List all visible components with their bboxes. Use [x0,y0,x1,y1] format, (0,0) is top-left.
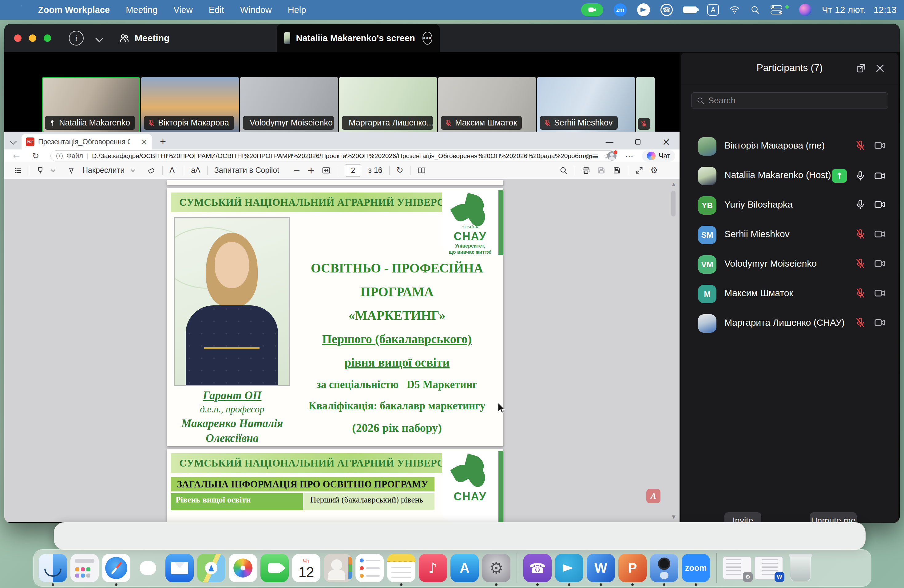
rotate-icon[interactable]: ↻ [396,165,403,175]
new-tab-button[interactable]: + [160,135,166,147]
translate-icon[interactable]: аА [191,166,201,175]
mic-on-icon[interactable] [855,199,866,210]
mic-muted-icon[interactable] [855,288,866,299]
menu-app-name[interactable]: Zoom Workplace [38,5,110,15]
dock-reminders[interactable] [355,549,384,587]
chevron-down-icon[interactable] [95,35,103,42]
dock-contacts[interactable] [324,549,352,587]
participant-row[interactable]: SM Serhii Mieshkov [681,220,898,250]
unmute-me-button[interactable]: Unmute me [810,512,857,523]
participant-row[interactable]: Nataliia Makarenko (Host) ↑ [681,161,898,191]
participant-row[interactable]: Маргарита Лишенко (СНАУ) [681,309,898,338]
print-icon[interactable] [582,166,590,175]
search-input[interactable] [708,96,883,106]
camera-on-icon[interactable] [874,140,885,151]
favorites-bar-icon[interactable]: ☆≡ [584,151,599,161]
fit-width-icon[interactable] [322,166,331,175]
mic-on-icon[interactable] [855,171,866,182]
back-icon[interactable]: ← [13,151,20,161]
participant-row[interactable]: VM Volodymyr Moiseienko [681,250,898,279]
pdf-scrollbar[interactable]: ▲ ▼ [670,179,678,522]
menu-window[interactable]: Window [240,5,272,15]
dock-music[interactable]: ♪ [419,549,447,587]
mic-muted-icon[interactable] [855,317,866,328]
pdf-settings-gear-icon[interactable]: ⚙ [650,165,658,175]
telegram-menubar-icon[interactable] [637,3,650,16]
apple-menu-icon[interactable] [15,5,25,15]
video-thumbnail[interactable]: Serhii Mieshkov [537,77,635,133]
participant-row[interactable]: M Максим Шматок [681,279,898,309]
minimize-window-button[interactable] [29,35,36,42]
ask-copilot-button[interactable]: Запитати в Copilot [214,166,279,175]
address-bar[interactable]: i Файл | D:/Зав.кафедри/ОСВІТНІ%20ПРОГРА… [51,150,616,161]
draw-chevron-icon[interactable] [131,167,136,172]
eraser-icon[interactable] [147,166,156,175]
dock-telegram[interactable] [555,549,583,587]
dock-photos[interactable] [228,549,258,587]
dock-settings[interactable]: ⚙ [482,549,511,587]
menu-view[interactable]: View [174,5,193,15]
dock-camera-app[interactable] [650,549,679,587]
battery-icon[interactable] [683,6,697,13]
video-thumbnail[interactable]: Вікторія Макарова [141,77,239,133]
camera-on-icon[interactable] [874,228,885,240]
siri-icon[interactable] [799,4,811,16]
vertical-tabs-chevron-icon[interactable] [10,138,17,145]
invite-button[interactable]: Invite [724,512,761,523]
dock-messages[interactable] [133,549,162,587]
zoom-in-button[interactable]: + [307,165,315,175]
wifi-icon[interactable] [729,5,740,15]
acrobat-overlay-icon[interactable]: A [646,489,661,503]
tab-shared-screen[interactable]: Nataliia Makarenko's screen ••• [277,24,440,52]
browser-close-button[interactable]: × [662,136,670,148]
camera-on-icon[interactable] [874,258,885,269]
menu-edit[interactable]: Edit [209,5,224,15]
viber-menubar-icon[interactable]: ☎ [661,4,673,16]
search-document-icon[interactable] [559,166,568,175]
highlighter-icon[interactable] [36,166,44,175]
page-info-icon[interactable]: i [56,153,63,159]
close-window-button[interactable] [14,35,22,42]
browser-minimize-button[interactable]: — [605,137,614,147]
menu-help[interactable]: Help [288,5,306,15]
popout-panel-icon[interactable] [855,63,866,74]
keyboard-layout-icon[interactable]: A [707,4,719,16]
page-number-input[interactable] [345,164,361,177]
dock-trash[interactable] [786,549,815,587]
dock-zoom[interactable]: zoom [681,549,710,587]
menubar-clock[interactable]: Чт 12 лют.12:13 [822,5,897,15]
mic-muted-icon[interactable] [855,229,866,240]
video-thumbnail[interactable]: Маргарита Лишенко... [339,77,437,133]
dock-word[interactable]: W [586,549,615,587]
control-center-icon[interactable] [771,5,783,14]
camera-on-icon[interactable] [874,287,885,299]
copilot-chat-button[interactable]: Чат [642,150,675,162]
scroll-up-icon[interactable]: ▲ [670,182,678,187]
camera-on-icon[interactable] [874,199,885,210]
dock-facetime[interactable] [260,549,289,587]
participant-row[interactable]: Вікторія Макарова (me) [681,132,898,161]
refresh-icon[interactable]: ↻ [32,151,40,161]
spotlight-search-icon[interactable] [750,5,760,15]
tab-meeting[interactable]: Meeting [119,24,169,52]
video-thumbnail[interactable]: Nataliia Makarenko [42,77,140,133]
participant-row[interactable]: YB Yuriy Biloshapka [681,191,898,220]
browser-menu-icon[interactable]: ⋯ [625,151,634,161]
video-thumbnail-partial[interactable] [636,77,655,133]
dock-safari[interactable] [102,549,131,587]
save-as-icon[interactable] [613,166,621,175]
zoom-menubar-icon[interactable]: zm [614,3,627,16]
dock-calendar[interactable]: Чт12 [292,549,321,587]
zoom-out-button[interactable]: − [293,165,300,175]
camera-on-icon[interactable] [874,170,885,182]
dock-viber[interactable]: ☎ [523,549,552,587]
save-icon[interactable] [597,166,606,175]
dock-maps[interactable] [197,549,226,587]
highlighter-chevron-icon[interactable] [51,167,56,172]
draw-pen-icon[interactable] [67,166,76,175]
page-view-icon[interactable] [417,166,426,175]
dock-notes[interactable] [387,549,416,587]
dock-powerpoint[interactable]: P [618,549,647,587]
mic-muted-icon[interactable] [855,258,866,269]
dock-minimized-window-word[interactable]: W [754,549,783,587]
